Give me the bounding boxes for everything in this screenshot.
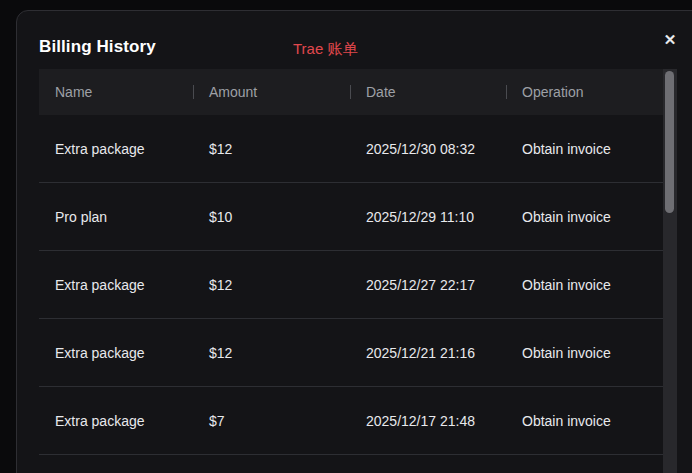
cell-operation: Obtain invoice bbox=[506, 345, 663, 361]
cell-name: Extra package bbox=[39, 413, 193, 429]
table-body: Extra package$122025/12/30 08:32Obtain i… bbox=[39, 115, 663, 455]
table-header-row: NameAmountDateOperation bbox=[39, 69, 663, 115]
billing-history-modal: Billing History Trae 账单 ✕ NameAmountDate… bbox=[16, 10, 692, 473]
cell-amount: $12 bbox=[193, 141, 350, 157]
column-header-amount: Amount bbox=[193, 84, 350, 100]
page-title: Billing History bbox=[39, 37, 156, 57]
cell-date: 2025/12/17 21:48 bbox=[350, 413, 506, 429]
modal-subtitle: Trae 账单 bbox=[293, 40, 357, 59]
table-row: Extra package$122025/12/30 08:32Obtain i… bbox=[39, 115, 663, 183]
column-header-name: Name bbox=[39, 84, 193, 100]
table-row: Extra package$122025/12/21 21:16Obtain i… bbox=[39, 319, 663, 387]
cell-name: Extra package bbox=[39, 345, 193, 361]
table-row: Extra package$122025/12/27 22:17Obtain i… bbox=[39, 251, 663, 319]
close-icon: ✕ bbox=[664, 31, 677, 48]
table-scrollbar[interactable] bbox=[663, 69, 677, 473]
cell-name: Extra package bbox=[39, 277, 193, 293]
table-row: Extra package$72025/12/17 21:48Obtain in… bbox=[39, 387, 663, 455]
obtain-invoice-link[interactable]: Obtain invoice bbox=[522, 277, 611, 293]
cell-date: 2025/12/27 22:17 bbox=[350, 277, 506, 293]
cell-operation: Obtain invoice bbox=[506, 277, 663, 293]
column-header-operation: Operation bbox=[506, 84, 663, 100]
cell-name: Extra package bbox=[39, 141, 193, 157]
cell-name: Pro plan bbox=[39, 209, 193, 225]
obtain-invoice-link[interactable]: Obtain invoice bbox=[522, 345, 611, 361]
close-button[interactable]: ✕ bbox=[657, 27, 683, 53]
cell-amount: $7 bbox=[193, 413, 350, 429]
scrollbar-thumb[interactable] bbox=[665, 71, 674, 213]
cell-date: 2025/12/21 21:16 bbox=[350, 345, 506, 361]
cell-operation: Obtain invoice bbox=[506, 413, 663, 429]
cell-amount: $12 bbox=[193, 277, 350, 293]
billing-table: NameAmountDateOperation Extra package$12… bbox=[39, 69, 677, 473]
column-header-date: Date bbox=[350, 84, 506, 100]
cell-operation: Obtain invoice bbox=[506, 209, 663, 225]
cell-date: 2025/12/30 08:32 bbox=[350, 141, 506, 157]
cell-amount: $10 bbox=[193, 209, 350, 225]
obtain-invoice-link[interactable]: Obtain invoice bbox=[522, 413, 611, 429]
obtain-invoice-link[interactable]: Obtain invoice bbox=[522, 209, 611, 225]
cell-amount: $12 bbox=[193, 345, 350, 361]
obtain-invoice-link[interactable]: Obtain invoice bbox=[522, 141, 611, 157]
table-row: Pro plan$102025/12/29 11:10Obtain invoic… bbox=[39, 183, 663, 251]
cell-date: 2025/12/29 11:10 bbox=[350, 209, 506, 225]
cell-operation: Obtain invoice bbox=[506, 141, 663, 157]
